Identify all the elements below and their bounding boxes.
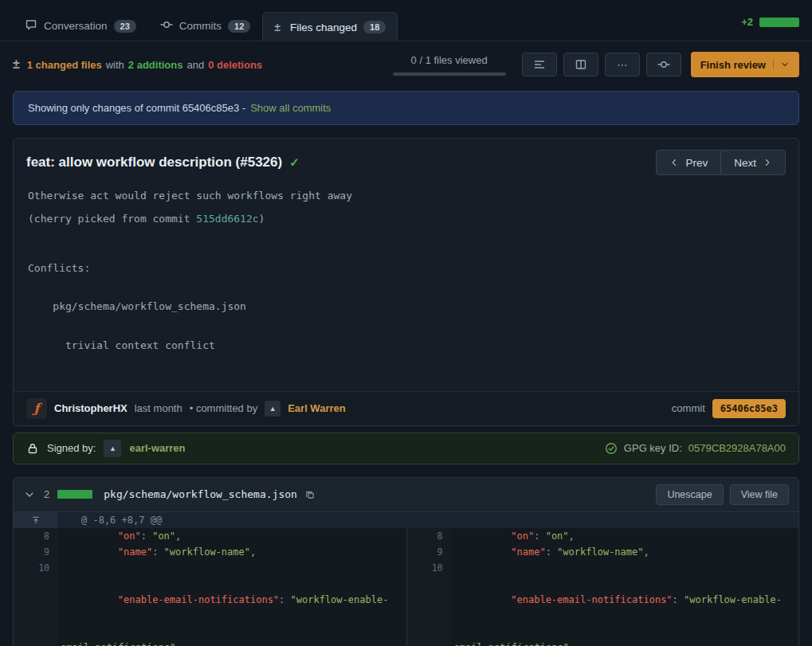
conflict-note: trivial context conflict — [28, 339, 784, 352]
committer-link[interactable]: Earl Warren — [288, 402, 346, 414]
summary-join1: with — [106, 59, 124, 71]
tab-files-changed-label: Files changed — [290, 22, 357, 33]
commit-icon — [160, 18, 173, 33]
next-label: Next — [734, 157, 756, 169]
signed-banner: Signed by: ▲ earl-warren GPG key ID: 057… — [13, 433, 799, 464]
right-line-number[interactable]: 9 — [407, 544, 451, 560]
conflicts-label: Conflicts: — [28, 262, 784, 275]
caret-down-icon — [773, 60, 790, 69]
commit-time: last month — [135, 402, 182, 414]
left-line-number[interactable]: 8 — [14, 528, 57, 544]
expand-up-icon — [31, 515, 41, 525]
finish-review-label: Finish review — [700, 59, 766, 71]
files-viewed: 0 / 1 files viewed — [393, 54, 506, 76]
left-line-number[interactable]: 10 — [14, 560, 57, 646]
cherry-hash-link[interactable]: 515dd6612c — [196, 213, 258, 225]
diff-file-header: 2 pkg/schema/workflow_schema.json Unesca… — [14, 478, 798, 512]
collapse-file-icon[interactable] — [23, 488, 36, 501]
changed-files-summary: ± 1 changed files with 2 additions and 0… — [13, 57, 262, 72]
ci-success-icon[interactable]: ✓ — [289, 155, 300, 170]
lock-icon — [26, 442, 39, 455]
commit-meta-row: ƒ ChristopherHX last month • committed b… — [14, 391, 798, 425]
hunk-header-text: @ -8,6 +8,7 @@ — [57, 512, 798, 528]
commit-message-body: Otherwise act would reject such workflow… — [14, 178, 798, 391]
file-diff-stat-bar — [57, 490, 92, 499]
left-code: "on": "on", — [57, 528, 406, 544]
changed-files-link[interactable]: 1 changed files — [27, 59, 102, 71]
author-link[interactable]: ChristopherHX — [54, 402, 127, 414]
commit-filter-banner: Showing only changes of commit 65406c85e… — [13, 91, 799, 125]
diff-row: 9 "name": "workflow-name", 9 "name": "wo… — [14, 544, 798, 560]
files-viewed-progress — [393, 72, 506, 76]
additions-count: 2 additions — [128, 59, 183, 71]
right-line-number[interactable]: 8 — [407, 528, 451, 544]
conflicts-block: Conflicts: pkg/schema/workflow_schema.js… — [28, 236, 784, 378]
left-code: "name": "workflow-name", — [57, 544, 406, 560]
show-all-commits-link[interactable]: Show all commits — [250, 102, 331, 114]
file-change-count: 2 — [44, 488, 49, 500]
file-name-link[interactable]: pkg/schema/workflow_schema.json — [104, 488, 297, 500]
committed-by-label: • committed by — [190, 402, 257, 414]
signed-by-label: Signed by: — [47, 442, 96, 454]
comment-icon — [25, 18, 37, 33]
view-file-button[interactable]: View file — [730, 484, 789, 505]
cherry-suffix: ) — [259, 213, 265, 225]
chevron-right-icon — [763, 158, 772, 167]
right-line-number[interactable]: 10 — [407, 560, 451, 646]
hunk-header-row: @ -8,6 +8,7 @@ — [14, 512, 798, 528]
tab-files-changed-count: 18 — [363, 21, 386, 33]
tab-files-changed[interactable]: ± Files changed 18 — [262, 12, 398, 41]
commit-title: feat: allow workflow description (#5326) — [26, 155, 282, 170]
commit-hash-badge[interactable]: 65406c85e3 — [712, 399, 786, 418]
gpg-info: GPG key ID: 0579CB2928A78A00 — [605, 442, 786, 455]
verified-icon — [605, 442, 618, 455]
left-line-number[interactable]: 9 — [14, 544, 57, 560]
chevron-left-icon — [669, 158, 679, 167]
signer-avatar[interactable]: ▲ — [104, 440, 121, 457]
deletions-count: 0 deletions — [208, 59, 262, 71]
diff-file-box: 2 pkg/schema/workflow_schema.json Unesca… — [13, 477, 799, 646]
cherry-pick-line: (cherry picked from commit 515dd6612c) — [28, 213, 784, 225]
commit-label: commit — [672, 402, 705, 414]
split-diff-button[interactable] — [563, 53, 598, 76]
gpg-key-value: 0579CB2928A78A00 — [688, 442, 786, 454]
plus-minus-icon: ± — [13, 57, 20, 72]
committer-avatar[interactable]: ▲ — [265, 401, 280, 417]
commit-message-line: Otherwise act would reject such workflow… — [28, 190, 784, 202]
global-diff-stat: +2 — [741, 16, 799, 41]
diff-stat-bar — [759, 18, 799, 27]
commit-nav: Prev Next — [656, 150, 786, 175]
unescape-button[interactable]: Unescape — [656, 484, 723, 505]
left-code: "enable-email-notifications": "workflow-… — [57, 560, 406, 646]
tab-conversation-count: 23 — [114, 20, 136, 33]
expand-up-button[interactable] — [14, 512, 57, 528]
prev-commit-button[interactable]: Prev — [656, 150, 721, 175]
diff-options-button[interactable]: ⋯ — [605, 53, 640, 76]
right-code: "on": "on", — [451, 528, 799, 544]
tab-conversation[interactable]: Conversation 23 — [13, 10, 148, 41]
diff-row: 8 "on": "on", 8 "on": "on", — [14, 528, 798, 544]
file-actions: Unescape View file — [656, 484, 789, 505]
right-code: "name": "workflow-name", — [451, 544, 799, 560]
diff-icon: ± — [274, 21, 280, 33]
copy-file-name-icon[interactable] — [305, 490, 315, 499]
commit-icon — [657, 58, 670, 71]
signer-link[interactable]: earl-warren — [129, 442, 185, 454]
tab-commits[interactable]: Commits 12 — [148, 10, 263, 41]
cherry-prefix: (cherry picked from commit — [28, 213, 196, 225]
author-avatar[interactable]: ƒ — [26, 398, 47, 419]
tab-conversation-label: Conversation — [44, 20, 108, 32]
summary-join2: and — [186, 59, 204, 71]
diff-row: 10 "enable-email-notifications": "workfl… — [14, 560, 798, 646]
next-commit-button[interactable]: Next — [721, 150, 786, 175]
gpg-key-label: GPG key ID: — [624, 442, 682, 454]
commit-select-button[interactable] — [646, 53, 681, 76]
finish-review-button[interactable]: Finish review — [691, 52, 799, 77]
unified-diff-button[interactable] — [522, 53, 557, 76]
files-viewed-label: 0 / 1 files viewed — [393, 54, 506, 66]
tab-commits-label: Commits — [179, 20, 222, 32]
ellipsis-icon: ⋯ — [617, 59, 627, 71]
review-toolbar: ± 1 changed files with 2 additions and 0… — [0, 41, 812, 88]
prev-label: Prev — [685, 157, 708, 169]
diff-stat-count: +2 — [741, 16, 753, 28]
